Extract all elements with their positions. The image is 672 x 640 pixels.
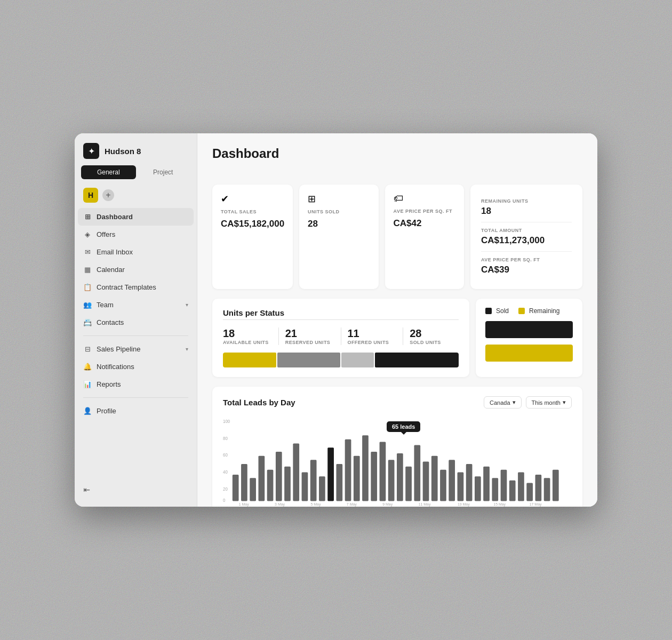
legend-sold-row: Sold Remaining (485, 307, 573, 315)
svg-rect-41 (535, 475, 542, 501)
tabs-row: General Project (81, 165, 190, 179)
tab-project[interactable]: Project (136, 165, 191, 179)
stat-card-units-sold: ⊞ UNITS SOLD 28 (299, 185, 378, 289)
svg-rect-31 (449, 460, 455, 501)
logout-button[interactable]: ⇥ (78, 481, 194, 499)
svg-rect-16 (319, 476, 325, 501)
remaining-units-value: 18 (481, 206, 572, 217)
sidebar-item-dashboard[interactable]: ⊞ Dashboard (78, 208, 194, 226)
svg-rect-37 (501, 470, 507, 501)
sidebar-item-label: Profile (97, 407, 116, 415)
chevron-down-icon: ▾ (563, 399, 566, 406)
ave-price-sqft-label: AVE PRICE PER SQ. FT (481, 257, 572, 262)
chevron-down-icon: ▾ (513, 399, 516, 406)
svg-text:3 May: 3 May (275, 502, 285, 507)
sidebar-item-calendar[interactable]: ▦ Calendar (78, 261, 194, 278)
add-button[interactable]: + (102, 189, 114, 201)
sidebar-header: ✦ Hudson 8 (75, 133, 197, 165)
stat-card-right: REMAINING UNITS 18 TOTAL AMOUNT CA$11,27… (470, 185, 582, 289)
svg-text:5 May: 5 May (310, 502, 321, 507)
total-amount-label: TOTAL AMOUNT (481, 228, 572, 233)
svg-rect-20 (354, 456, 360, 501)
remaining-bar-visual (485, 345, 573, 362)
svg-rect-7 (241, 464, 247, 501)
svg-text:11 May: 11 May (419, 502, 431, 507)
remaining-units-label: REMAINING UNITS (481, 198, 572, 204)
available-units-label: AVAILABLE UNITS (223, 340, 272, 345)
chevron-down-icon: ▾ (186, 302, 188, 308)
sidebar-item-reports[interactable]: 📊 Reports (78, 375, 194, 393)
ave-price-icon: 🏷 (394, 193, 455, 204)
email-icon: ✉ (83, 248, 92, 256)
reserved-bar (277, 353, 340, 367)
legend-card: Sold Remaining (476, 299, 582, 377)
sidebar-item-notifications[interactable]: 🔔 Notifications (78, 358, 194, 375)
country-filter[interactable]: Canada ▾ (484, 396, 522, 409)
tooltip: 65 leads (387, 421, 420, 432)
stat-card-total-sales: ✔ TOTAL SALES CA$15,182,000 (212, 185, 293, 289)
svg-rect-24 (388, 460, 395, 501)
svg-rect-9 (258, 456, 265, 501)
nav-divider (83, 335, 188, 336)
nav-divider-2 (83, 397, 188, 398)
ave-price-sqft-row: AVE PRICE PER SQ. FT CA$39 (481, 252, 572, 281)
svg-rect-42 (544, 478, 550, 501)
units-sold-value: 28 (308, 219, 370, 229)
stats-row: ✔ TOTAL SALES CA$15,182,000 ⊞ UNITS SOLD… (212, 185, 582, 289)
avatar-row: H + (75, 185, 197, 208)
svg-text:60: 60 (223, 453, 228, 458)
sidebar-item-label: Reports (97, 380, 121, 388)
sold-bar-visual (485, 321, 573, 338)
sidebar-bottom: ⇥ (75, 476, 197, 507)
svg-text:13 May: 13 May (458, 502, 470, 507)
sidebar: ✦ Hudson 8 General Project H + ⊞ Dashboa… (75, 133, 197, 507)
sidebar-item-label: Contacts (97, 318, 124, 326)
sold-legend-dot (485, 308, 492, 314)
svg-rect-29 (431, 456, 438, 501)
reserved-units-label: RESERVED UNITS (285, 340, 334, 345)
svg-rect-35 (483, 467, 490, 501)
svg-rect-30 (440, 470, 446, 501)
sidebar-item-sales-pipeline[interactable]: ⊟ Sales Pipeline ▾ (78, 340, 194, 358)
leads-card: Total Leads by Day Canada ▾ This month ▾… (212, 387, 582, 507)
available-units: 18 AVAILABLE UNITS (223, 327, 279, 345)
svg-rect-18 (336, 464, 342, 501)
sidebar-item-label: Team (97, 301, 114, 309)
total-amount-value: CA$11,273,000 (481, 235, 572, 246)
calendar-icon: ▦ (83, 266, 92, 274)
available-units-num: 18 (223, 327, 272, 340)
units-divider (223, 319, 459, 320)
reserved-units: 21 RESERVED UNITS (279, 327, 341, 345)
svg-text:40: 40 (223, 470, 228, 475)
contract-icon: 📋 (83, 283, 92, 291)
offered-bar (341, 353, 374, 367)
sidebar-item-label: Email Inbox (97, 248, 133, 256)
profile-icon: 👤 (83, 407, 92, 415)
sidebar-item-contract-templates[interactable]: 📋 Contract Templates (78, 278, 194, 296)
pipeline-icon: ⊟ (83, 345, 92, 353)
total-amount-row: TOTAL AMOUNT CA$11,273,000 (481, 222, 572, 252)
svg-text:0: 0 (223, 498, 226, 503)
app-window: ✦ Hudson 8 General Project H + ⊞ Dashboa… (75, 133, 597, 507)
svg-rect-19 (345, 439, 351, 501)
leads-title: Total Leads by Day (223, 398, 295, 407)
svg-rect-28 (423, 461, 429, 501)
sidebar-item-offers[interactable]: ◈ Offers (78, 226, 194, 243)
sidebar-item-contacts[interactable]: 📇 Contacts (78, 314, 194, 331)
svg-text:20: 20 (223, 487, 228, 492)
remaining-legend-label: Remaining (529, 307, 559, 315)
svg-rect-15 (310, 460, 317, 501)
time-filter[interactable]: This month ▾ (526, 396, 572, 409)
svg-rect-8 (250, 478, 256, 501)
total-sales-value: CA$15,182,000 (221, 219, 284, 229)
sidebar-item-label: Calendar (97, 266, 125, 274)
svg-rect-10 (267, 470, 274, 501)
sidebar-item-label: Dashboard (97, 213, 133, 221)
svg-rect-14 (302, 472, 308, 501)
sidebar-item-email-inbox[interactable]: ✉ Email Inbox (78, 243, 194, 261)
sidebar-item-team[interactable]: 👥 Team ▾ (78, 296, 194, 314)
svg-rect-26 (405, 467, 412, 501)
sidebar-item-profile[interactable]: 👤 Profile (78, 402, 194, 420)
svg-rect-34 (475, 476, 481, 501)
tab-general[interactable]: General (81, 165, 136, 179)
